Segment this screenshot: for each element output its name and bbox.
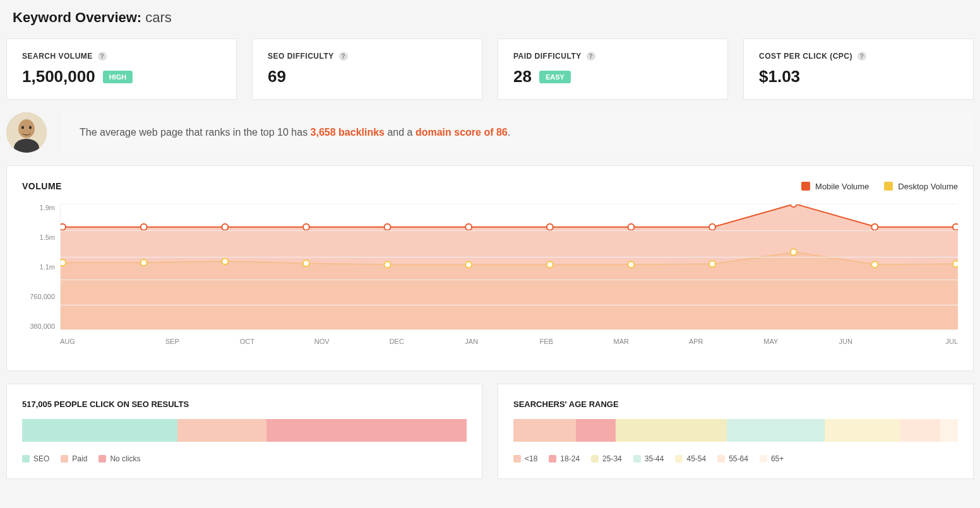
card-label: COST PER CLICK (CPC) ? [759, 52, 958, 61]
svg-point-4 [29, 126, 32, 129]
legend-label: Paid [72, 454, 87, 463]
legend-item[interactable]: SEO [22, 454, 49, 463]
x-tick: MAR [584, 338, 659, 345]
legend-item[interactable]: 25-34 [591, 454, 622, 463]
volume-legend: Mobile Volume Desktop Volume [801, 182, 958, 191]
x-tick: MAY [734, 338, 809, 345]
insight-bubble: The average web page that ranks in the t… [62, 113, 974, 152]
search-volume-value: 1,500,000 [22, 67, 95, 86]
insight-middle: and a [385, 127, 415, 138]
card-label: PAID DIFFICULTY ? [513, 52, 712, 61]
y-tick: 1.1m [22, 263, 55, 271]
legend-item[interactable]: No clicks [99, 454, 140, 463]
legend-item[interactable]: 65+ [760, 454, 784, 463]
legend-swatch [61, 455, 68, 463]
legend-label: 45-54 [686, 454, 706, 463]
x-tick: SEP [135, 338, 210, 345]
bar-segment [576, 419, 616, 442]
age-panel: SEARCHERS' AGE RANGE <1818-2425-3435-444… [498, 384, 974, 479]
title-keyword: cars [145, 9, 172, 25]
badge-easy: EASY [539, 71, 571, 83]
help-icon[interactable]: ? [858, 52, 866, 61]
bar-segment [616, 419, 727, 442]
insight-suffix: . [508, 127, 510, 138]
gridline [61, 280, 958, 280]
x-tick: FEB [509, 338, 584, 345]
legend-swatch-mobile [801, 182, 810, 191]
help-icon[interactable]: ? [339, 52, 348, 61]
bar-segment [266, 419, 467, 442]
legend-item[interactable]: Paid [61, 454, 87, 463]
clicks-panel: 517,005 PEOPLE CLICK ON SEO RESULTS SEOP… [6, 384, 482, 479]
legend-item[interactable]: 35-44 [633, 454, 664, 463]
legend-swatch-desktop [884, 182, 893, 191]
clicks-title: 517,005 PEOPLE CLICK ON SEO RESULTS [22, 399, 467, 409]
legend-label: 25-34 [602, 454, 622, 463]
volume-title: VOLUME [22, 181, 62, 191]
legend-swatch [633, 455, 641, 463]
legend-mobile[interactable]: Mobile Volume [801, 182, 869, 191]
legend-item[interactable]: <18 [513, 454, 537, 463]
avatar-placeholder-icon [6, 112, 47, 153]
x-tick: JAN [434, 338, 510, 345]
bar-segment [513, 419, 576, 442]
legend-swatch [513, 455, 521, 463]
insight-backlinks: 3,658 backlinks [311, 127, 385, 138]
bar-segment [727, 419, 825, 442]
bottom-row: 517,005 PEOPLE CLICK ON SEO RESULTS SEOP… [6, 384, 974, 479]
card-label: SEARCH VOLUME ? [22, 52, 221, 61]
gridline [61, 230, 958, 231]
x-tick: AUG [60, 338, 135, 345]
x-axis: AUGSEPOCTNOVDECJANFEBMARAPRMAYJUNJUL [60, 338, 958, 345]
legend-swatch [22, 455, 30, 463]
label-text: SEO DIFFICULTY [268, 52, 334, 61]
volume-chart: 1.9m1.5m1.1m760,000380,000 AUGSEPOCTNOVD… [22, 204, 958, 355]
legend-label: 55-64 [729, 454, 748, 463]
legend-desktop[interactable]: Desktop Volume [884, 182, 958, 191]
insight-row: The average web page that ranks in the t… [6, 112, 974, 153]
bar-segment [900, 419, 940, 442]
chart-svg [61, 204, 958, 329]
bar-segment [825, 419, 900, 442]
legend-item[interactable]: 55-64 [717, 454, 748, 463]
clicks-bar [22, 419, 467, 442]
x-tick: OCT [210, 338, 285, 345]
card-seo-difficulty: SEO DIFFICULTY ? 69 [252, 38, 482, 100]
y-axis: 1.9m1.5m1.1m760,000380,000 [22, 204, 60, 330]
cpc-value: $1.03 [759, 67, 800, 86]
paid-difficulty-value: 28 [513, 67, 532, 86]
legend-swatch [675, 455, 683, 463]
metric-cards-row: SEARCH VOLUME ? 1,500,000 HIGH SEO DIFFI… [6, 38, 974, 112]
volume-panel: VOLUME Mobile Volume Desktop Volume 1.9m… [6, 165, 974, 371]
gridline [61, 204, 958, 204]
clicks-legend: SEOPaidNo clicks [22, 454, 467, 463]
y-tick: 760,000 [22, 293, 55, 300]
legend-item[interactable]: 18-24 [549, 454, 580, 463]
page-title: Keyword Overview: cars [6, 0, 974, 38]
avatar [6, 112, 47, 153]
legend-swatch [591, 455, 599, 463]
legend-item[interactable]: 45-54 [675, 454, 706, 463]
bar-segment [22, 419, 177, 442]
plot-area [60, 204, 958, 330]
legend-swatch [717, 455, 725, 463]
x-tick: DEC [359, 338, 434, 345]
help-icon[interactable]: ? [98, 52, 107, 61]
legend-label: No clicks [110, 454, 140, 463]
legend-label: <18 [525, 454, 537, 463]
legend-label: 18-24 [560, 454, 580, 463]
svg-point-3 [21, 126, 24, 129]
age-bar [513, 419, 958, 442]
title-prefix: Keyword Overview: [13, 9, 141, 25]
help-icon[interactable]: ? [587, 52, 595, 61]
age-title: SEARCHERS' AGE RANGE [513, 399, 958, 409]
label-text: SEARCH VOLUME [22, 52, 93, 61]
badge-high: HIGH [103, 71, 133, 83]
seo-difficulty-value: 69 [268, 67, 286, 86]
legend-label: 65+ [771, 454, 784, 463]
bar-segment [940, 419, 958, 442]
card-paid-difficulty: PAID DIFFICULTY ? 28 EASY [498, 38, 728, 100]
legend-label-desktop: Desktop Volume [898, 182, 958, 191]
legend-swatch [99, 455, 106, 463]
age-legend: <1818-2425-3435-4445-5455-6465+ [513, 454, 958, 463]
